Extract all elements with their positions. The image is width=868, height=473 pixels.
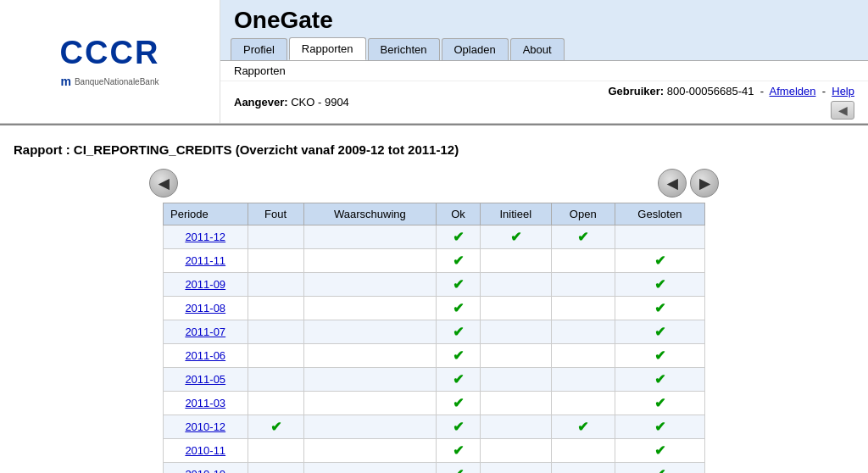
periode-link[interactable]: 2011-09 bbox=[185, 278, 225, 291]
cell-gesloten: ✔ bbox=[615, 320, 704, 344]
nav-forward-group: ◀ ▶ bbox=[658, 169, 719, 198]
cell-waarschuwing bbox=[303, 415, 437, 439]
cell-initieel bbox=[480, 297, 551, 320]
table-row: 2010-11✔✔ bbox=[164, 439, 705, 463]
cell-ok: ✔ bbox=[437, 320, 481, 344]
tab-about[interactable]: About bbox=[510, 38, 565, 60]
cell-gesloten: ✔ bbox=[615, 368, 704, 392]
cell-periode: 2010-11 bbox=[164, 439, 248, 463]
cell-gesloten: ✔ bbox=[615, 273, 704, 297]
tab-rapporten[interactable]: Rapporten bbox=[289, 37, 366, 60]
main-content: Rapport : CI_REPORTING_CREDITS (Overzich… bbox=[0, 134, 868, 473]
periode-link[interactable]: 2011-12 bbox=[185, 231, 225, 243]
nav-next-button[interactable]: ▶ bbox=[690, 169, 719, 198]
gebruiker-value: 800-00056685-41 bbox=[667, 85, 754, 97]
cell-periode: 2011-06 bbox=[164, 344, 248, 368]
data-table: Periode Fout Waarschuwing Ok Initieel Op… bbox=[163, 203, 705, 473]
cell-initieel bbox=[480, 368, 551, 392]
cell-open bbox=[551, 463, 615, 474]
col-open: Open bbox=[551, 203, 615, 225]
periode-link[interactable]: 2010-12 bbox=[185, 420, 225, 433]
help-link[interactable]: Help bbox=[832, 85, 854, 97]
periode-link[interactable]: 2011-05 bbox=[185, 373, 225, 386]
check-icon: ✔ bbox=[453, 372, 464, 387]
header: CCCR m BanqueNationaleBank OneGate Profi… bbox=[0, 0, 868, 124]
gebruiker-info: Gebruiker: 800-00056685-41 - Afmelden - … bbox=[608, 85, 854, 97]
separator bbox=[0, 124, 868, 125]
cell-waarschuwing bbox=[303, 439, 437, 463]
bnb-icon: m bbox=[61, 75, 71, 88]
check-icon: ✔ bbox=[654, 443, 665, 458]
cell-fout bbox=[248, 225, 303, 249]
tab-profiel[interactable]: Profiel bbox=[231, 38, 287, 60]
table-row: 2011-12✔✔✔ bbox=[164, 225, 705, 249]
afmelden-link[interactable]: Afmelden bbox=[770, 85, 816, 97]
cell-ok: ✔ bbox=[437, 415, 481, 439]
cell-initieel bbox=[480, 392, 551, 415]
table-row: 2011-09✔✔ bbox=[164, 273, 705, 297]
cell-periode: 2010-10 bbox=[164, 463, 248, 474]
cell-initieel bbox=[480, 249, 551, 273]
logo-area: CCCR m BanqueNationaleBank bbox=[0, 0, 220, 123]
tab-berichten[interactable]: Berichten bbox=[368, 38, 440, 60]
check-icon: ✔ bbox=[453, 253, 464, 268]
check-icon: ✔ bbox=[270, 420, 281, 434]
cell-periode: 2011-08 bbox=[164, 297, 248, 320]
cell-ok: ✔ bbox=[437, 225, 481, 249]
cccr-logo: CCCR bbox=[60, 35, 160, 71]
cell-fout bbox=[248, 320, 303, 344]
cell-fout: ✔ bbox=[248, 415, 303, 439]
aangever-value: CKO - 9904 bbox=[291, 96, 349, 109]
check-icon: ✔ bbox=[453, 325, 464, 339]
cell-periode: 2011-09 bbox=[164, 273, 248, 297]
tab-opladen[interactable]: Opladen bbox=[442, 38, 509, 60]
cell-gesloten bbox=[615, 225, 704, 249]
periode-link[interactable]: 2010-11 bbox=[185, 444, 225, 457]
col-ok: Ok bbox=[437, 203, 481, 225]
cell-initieel bbox=[480, 320, 551, 344]
check-icon: ✔ bbox=[453, 420, 464, 434]
cell-periode: 2010-12 bbox=[164, 415, 248, 439]
col-initieel: Initieel bbox=[480, 203, 551, 225]
cell-gesloten: ✔ bbox=[615, 415, 704, 439]
cell-open: ✔ bbox=[551, 415, 615, 439]
cell-initieel bbox=[480, 273, 551, 297]
check-icon: ✔ bbox=[654, 325, 665, 339]
cell-ok: ✔ bbox=[437, 463, 481, 474]
col-gesloten: Gesloten bbox=[615, 203, 704, 225]
check-icon: ✔ bbox=[510, 230, 521, 244]
table-row: 2011-05✔✔ bbox=[164, 368, 705, 392]
check-icon: ✔ bbox=[453, 301, 464, 315]
cell-gesloten: ✔ bbox=[615, 297, 704, 320]
periode-link[interactable]: 2011-11 bbox=[185, 254, 225, 267]
cell-open bbox=[551, 249, 615, 273]
check-icon: ✔ bbox=[453, 467, 464, 473]
table-body: 2011-12✔✔✔2011-11✔✔2011-09✔✔2011-08✔✔201… bbox=[164, 225, 705, 474]
periode-link[interactable]: 2010-10 bbox=[185, 468, 225, 473]
periode-link[interactable]: 2011-08 bbox=[185, 302, 225, 314]
back-button-top[interactable]: ◀ bbox=[831, 101, 854, 120]
nav-back-button[interactable]: ◀ bbox=[149, 169, 178, 198]
periode-link[interactable]: 2011-07 bbox=[185, 326, 225, 338]
check-icon: ✔ bbox=[654, 277, 665, 292]
cell-ok: ✔ bbox=[437, 392, 481, 415]
app-title: OneGate bbox=[220, 0, 868, 37]
cell-fout bbox=[248, 392, 303, 415]
cell-open bbox=[551, 344, 615, 368]
cell-waarschuwing bbox=[303, 273, 437, 297]
periode-link[interactable]: 2011-06 bbox=[185, 349, 225, 362]
col-periode: Periode bbox=[164, 203, 248, 225]
cell-open bbox=[551, 439, 615, 463]
check-icon: ✔ bbox=[453, 443, 464, 458]
periode-link[interactable]: 2011-03 bbox=[185, 397, 225, 409]
check-icon: ✔ bbox=[453, 396, 464, 410]
cell-fout bbox=[248, 273, 303, 297]
check-icon: ✔ bbox=[654, 301, 665, 315]
cell-periode: 2011-12 bbox=[164, 225, 248, 249]
cell-open bbox=[551, 297, 615, 320]
bnb-logo: m BanqueNationaleBank bbox=[61, 75, 159, 88]
cell-ok: ✔ bbox=[437, 249, 481, 273]
table-row: 2010-12✔✔✔✔ bbox=[164, 415, 705, 439]
nav-prev-button[interactable]: ◀ bbox=[658, 169, 687, 198]
cell-open bbox=[551, 273, 615, 297]
